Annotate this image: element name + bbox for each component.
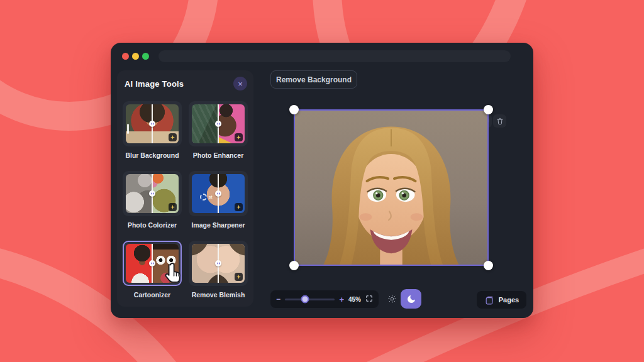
zoom-value: 45% (348, 296, 361, 303)
tool-image-sharpener[interactable]: st Image Sharpener (189, 171, 248, 229)
tool-card[interactable]: st (189, 171, 248, 216)
sparkle-ai-badge-icon (169, 203, 177, 211)
zoom-window-button[interactable] (142, 53, 149, 60)
tool-cartoonizer-selected[interactable]: Cartoonizer (123, 241, 182, 299)
ai-image-tools-panel: AI Image Tools × Blur Background (117, 70, 253, 307)
close-panel-button[interactable]: × (233, 77, 247, 90)
tool-blur-background[interactable]: Blur Background (123, 101, 182, 159)
tool-label: Photo Enhancer (189, 151, 248, 159)
address-bar[interactable] (158, 50, 511, 62)
sun-icon (387, 294, 397, 304)
zoom-slider-thumb[interactable] (301, 295, 309, 304)
zoom-in-button[interactable]: + (339, 295, 344, 304)
tool-label: Photo Colorizer (123, 221, 182, 229)
pages-button[interactable]: Pages (477, 291, 526, 309)
tool-label: Image Sharpener (189, 221, 248, 229)
before-after-thumbnail (192, 104, 245, 143)
tool-card[interactable] (189, 241, 248, 286)
canvas-image-selection[interactable] (294, 109, 489, 266)
desktop-background: AI Image Tools × Blur Background (0, 0, 644, 362)
selection-handle-top-right[interactable] (484, 105, 493, 114)
before-after-thumbnail (126, 104, 179, 143)
split-handle-icon[interactable] (149, 260, 155, 266)
moon-icon (406, 294, 416, 304)
thumb-before-half (126, 174, 152, 213)
theme-toggle (384, 289, 421, 309)
zoom-slider[interactable] (285, 299, 335, 300)
close-icon: × (238, 79, 243, 89)
before-after-scrubber[interactable] (127, 124, 129, 134)
fit-screen-icon[interactable] (365, 293, 373, 305)
tool-label: Cartoonizer (123, 291, 182, 299)
split-handle-icon[interactable] (149, 190, 155, 197)
before-after-thumbnail: st (192, 174, 245, 213)
before-after-thumbnail (126, 174, 179, 213)
selection-handle-bottom-right[interactable] (484, 261, 493, 270)
tool-label: Blur Background (123, 151, 182, 159)
dark-mode-button-active[interactable] (401, 289, 421, 309)
tool-card[interactable] (123, 101, 182, 146)
sparkle-ai-badge-icon (235, 133, 243, 141)
tool-photo-enhancer[interactable]: Photo Enhancer (189, 101, 248, 159)
split-handle-icon[interactable] (215, 190, 221, 197)
panel-title: AI Image Tools (125, 79, 184, 89)
split-handle-icon[interactable] (215, 121, 221, 127)
selection-handle-top-left[interactable] (289, 105, 299, 114)
zoom-out-button[interactable]: − (276, 295, 280, 304)
tool-remove-blemish[interactable]: Remove Blemish (189, 241, 248, 299)
sparkle-ai-badge-icon (235, 203, 243, 211)
panel-header: AI Image Tools × (125, 75, 247, 92)
thumb-before-half (192, 104, 218, 143)
pages-icon (484, 295, 495, 305)
tool-card[interactable] (189, 101, 248, 146)
sparkle-ai-badge-icon (169, 133, 177, 141)
app-window: AI Image Tools × Blur Background (111, 43, 533, 318)
traffic-lights (122, 53, 149, 60)
minimize-window-button[interactable] (132, 53, 139, 60)
tool-label: Remove Blemish (189, 291, 248, 299)
shutter-watermark-icon (200, 194, 207, 200)
thumb-before-half (192, 244, 218, 283)
tool-card[interactable] (123, 171, 182, 216)
selection-handle-bottom-left[interactable] (289, 261, 299, 270)
split-handle-icon[interactable] (215, 260, 221, 266)
zoom-controls: − + 45% (270, 290, 379, 308)
remove-background-button[interactable]: Remove Background (270, 70, 357, 89)
close-window-button[interactable] (122, 53, 129, 60)
before-after-thumbnail (192, 244, 245, 283)
trash-icon[interactable] (493, 114, 506, 128)
stock-watermark: st (200, 194, 212, 200)
split-handle-icon[interactable] (149, 121, 155, 127)
cartoonized-portrait-image (295, 111, 487, 265)
sparkle-ai-badge-icon (235, 273, 243, 281)
pages-label: Pages (499, 296, 519, 304)
thumb-before-half (126, 244, 152, 283)
remove-background-label: Remove Background (276, 75, 352, 84)
light-mode-button[interactable] (384, 290, 401, 309)
hand-cursor-icon (163, 262, 183, 286)
thumb-before-half (126, 104, 152, 143)
tool-photo-colorizer[interactable]: Photo Colorizer (123, 171, 182, 229)
